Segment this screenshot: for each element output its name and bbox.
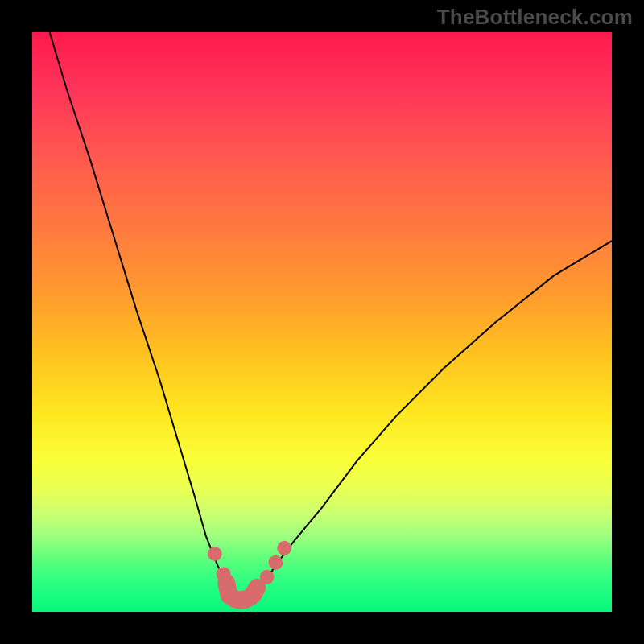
curve-path (50, 32, 612, 601)
highlight-dot (260, 570, 275, 584)
watermark-text: TheBottleneck.com (437, 5, 633, 30)
bottom-marker (226, 583, 257, 601)
highlight-dot (268, 555, 283, 570)
frame: TheBottleneck.com (0, 0, 644, 644)
highlight-dot (277, 541, 291, 555)
bottleneck-curve (32, 32, 612, 612)
highlight-dot (208, 547, 222, 561)
plot-area (32, 32, 612, 612)
highlight-dot (217, 567, 231, 581)
highlight-dots (208, 541, 291, 584)
